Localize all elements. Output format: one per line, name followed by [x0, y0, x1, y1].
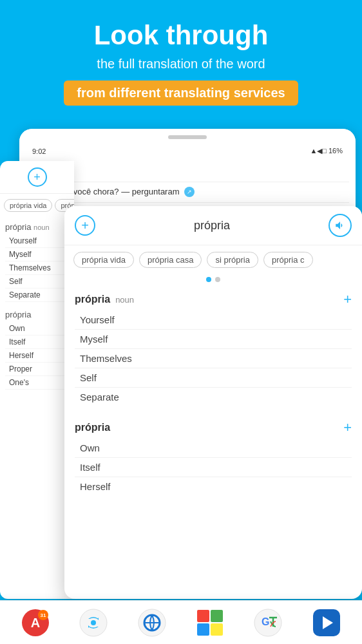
- hero-highlight: from different translating services: [64, 80, 298, 106]
- panel-speaker-button[interactable]: [329, 214, 352, 237]
- svg-point-5: [91, 620, 96, 625]
- svg-rect-12: [211, 623, 223, 636]
- dot-2: [215, 277, 220, 282]
- services-bar: A 31: [0, 600, 362, 644]
- panel-header: + própria: [64, 206, 362, 245]
- translation-own: Own: [75, 439, 352, 458]
- left-word-name-2: própria: [5, 310, 31, 319]
- translation-itself: Itself: [75, 458, 352, 477]
- tags-row: própria vida própria casa si própria pró…: [64, 245, 362, 274]
- left-word-section-2: própria Own Itself Herself Proper One's: [0, 305, 74, 392]
- left-add-button[interactable]: +: [28, 167, 47, 187]
- word-section-1: própria noun + Yourself Myself Themselve…: [75, 286, 352, 406]
- left-translation-proper: Proper: [5, 363, 69, 376]
- dot-1: [206, 277, 211, 282]
- dot-indicators: [64, 274, 362, 286]
- left-translation-self: Self: [5, 275, 69, 289]
- word-heading-1: própria noun +: [75, 286, 352, 310]
- word-add-button-2[interactable]: +: [343, 419, 352, 436]
- left-translation-myself: Myself: [5, 248, 69, 261]
- link-icon: ↗: [184, 187, 195, 197]
- phone-container: 9:02 ▲◀□ 16% salgadas. — Por que você ch…: [0, 129, 362, 644]
- left-word-heading-1: própria noun: [5, 220, 69, 234]
- smartcat-icon[interactable]: [312, 608, 341, 638]
- hero-section: Look through the full translation of the…: [0, 0, 362, 118]
- tag-propria-vida[interactable]: própria vida: [73, 252, 134, 268]
- word-pos-1: noun: [115, 295, 134, 305]
- word-heading-left-1: própria noun: [75, 294, 134, 305]
- left-word-section-1: própria noun Yourself Myself Themselves …: [0, 217, 74, 305]
- tag-si-propria[interactable]: si própria: [207, 252, 258, 268]
- left-panel-header: +: [0, 161, 74, 194]
- svg-rect-9: [197, 610, 209, 622]
- abbyy-icon[interactable]: A 31: [21, 608, 50, 638]
- hero-subtitle: the full translation of the word: [13, 57, 349, 71]
- phone-status-bar: 9:02 ▲◀□ 16%: [26, 144, 349, 158]
- svg-text:A: A: [31, 616, 40, 630]
- reverso-icon[interactable]: [79, 608, 108, 638]
- text-line-1: salgadas.: [26, 162, 349, 182]
- word-name-1: própria: [75, 294, 110, 305]
- left-panel: + própria vida próp própria noun Yoursel…: [0, 161, 74, 599]
- left-translation-own: Own: [5, 322, 69, 336]
- translation-herself: Herself: [75, 477, 352, 496]
- svg-text:G: G: [262, 616, 269, 627]
- left-tags-row: própria vida próp: [0, 194, 74, 217]
- translation-myself: Myself: [75, 330, 352, 349]
- panel-add-button[interactable]: +: [75, 215, 95, 236]
- svg-rect-11: [197, 623, 209, 636]
- translation-yourself: Yourself: [75, 310, 352, 330]
- text-line-2: — Por que você chora? — perguntaram ↗: [26, 182, 349, 203]
- left-word-name-1: própria: [5, 222, 31, 232]
- word-name-2: própria: [75, 422, 110, 433]
- word-heading-left-2: própria: [75, 422, 110, 433]
- left-tag-1[interactable]: própria vida: [4, 199, 52, 212]
- translation-content: própria noun + Yourself Myself Themselve…: [64, 286, 362, 589]
- microsoft-windows-icon[interactable]: [195, 608, 225, 638]
- word-heading-2: própria +: [75, 414, 352, 439]
- panel-word-title: própria: [194, 219, 230, 232]
- word-section-2: própria + Own Itself Herself: [75, 414, 352, 496]
- left-translation-themselves: Themselves: [5, 261, 69, 275]
- microsoft-translator-icon[interactable]: [137, 608, 167, 638]
- left-pos-1: noun: [33, 223, 49, 231]
- tag-propria-c[interactable]: própria c: [263, 252, 313, 268]
- word-add-button-1[interactable]: +: [343, 291, 352, 308]
- svg-text:31: 31: [41, 612, 46, 618]
- left-word-heading-2: própria: [5, 307, 69, 322]
- left-translation-yourself: Yourself: [5, 234, 69, 248]
- phone-notch: [168, 135, 207, 139]
- translation-themselves: Themselves: [75, 349, 352, 368]
- translation-separate: Separate: [75, 388, 352, 406]
- left-translation-ones: One's: [5, 376, 69, 390]
- left-translation-separate: Separate: [5, 289, 69, 302]
- svg-rect-10: [211, 610, 223, 622]
- translation-self: Self: [75, 368, 352, 388]
- status-battery: ▲◀□ 16%: [310, 147, 343, 155]
- left-translation-itself: Itself: [5, 336, 69, 349]
- hero-title: Look through: [13, 21, 349, 50]
- status-time: 9:02: [32, 147, 46, 155]
- google-translate-icon[interactable]: G: [253, 608, 283, 638]
- left-translation-herself: Herself: [5, 349, 69, 363]
- tag-propria-casa[interactable]: própria casa: [139, 252, 202, 268]
- translation-panel: + própria própria vida própria casa si p…: [64, 206, 362, 599]
